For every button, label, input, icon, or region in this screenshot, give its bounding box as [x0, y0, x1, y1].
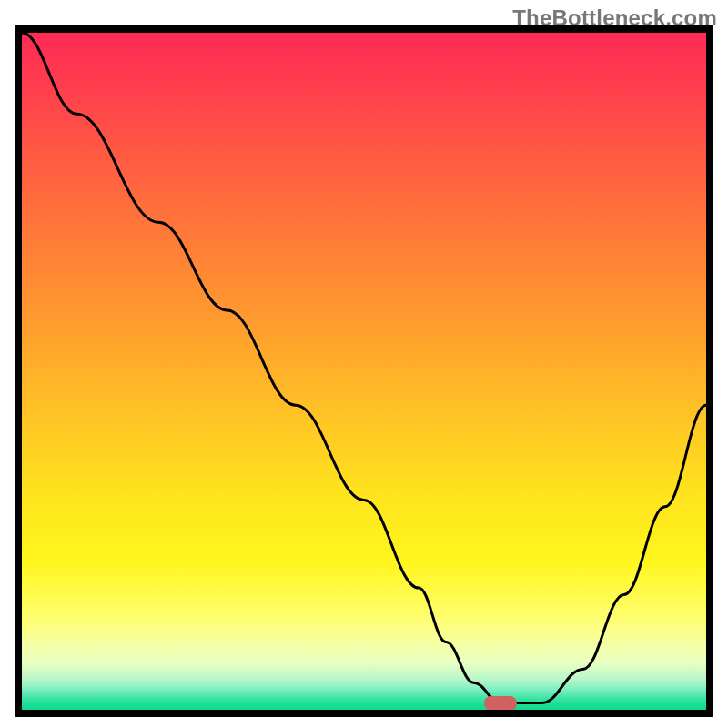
- chart-stage: TheBottleneck.com: [0, 0, 728, 728]
- bottleneck-curve: [22, 33, 706, 710]
- watermark-text: TheBottleneck.com: [512, 5, 717, 31]
- plot-area: [22, 33, 706, 710]
- optimum-marker: [484, 696, 517, 710]
